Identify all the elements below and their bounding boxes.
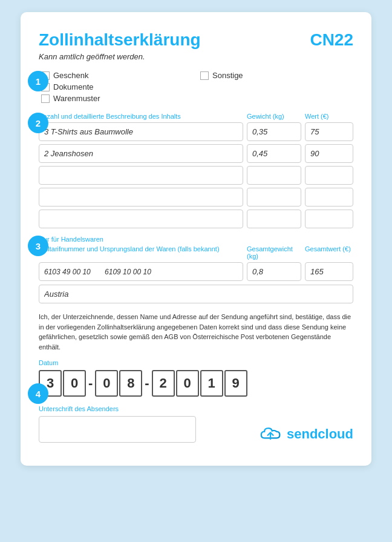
total-value-input[interactable] xyxy=(305,262,353,281)
checkbox-group: Geschenk Sonstige Dokumente Warenmuster xyxy=(41,71,353,103)
date-digit-4: 2 xyxy=(152,370,175,397)
checkbox-geschenk-label: Geschenk xyxy=(53,71,89,80)
sig-label: Unterschrift des Absenders xyxy=(39,405,353,412)
subtitle: Kann amtlich geöffnet werden. xyxy=(39,52,353,61)
value-input-1[interactable] xyxy=(305,144,353,163)
weight-input-2[interactable] xyxy=(247,166,301,185)
checkbox-dokumente-label: Dokumente xyxy=(53,82,93,91)
value-input-4[interactable] xyxy=(305,210,353,228)
checkbox-sonstige-label: Sonstige xyxy=(212,71,243,80)
desc-input-3[interactable] xyxy=(39,188,243,207)
trade-col3-header: Gesamtwert (€) xyxy=(305,245,353,260)
bottom-row: sendcloud xyxy=(39,416,353,443)
date-digit-1: 0 xyxy=(63,370,86,397)
table-row xyxy=(39,144,353,163)
date-digit-5: 0 xyxy=(176,370,199,397)
signature-input[interactable] xyxy=(39,416,196,443)
trade-row xyxy=(39,262,353,281)
step-1-bubble: 1 xyxy=(28,71,48,91)
table-row xyxy=(39,188,353,207)
sendcloud-logo: sendcloud xyxy=(260,426,353,443)
col2-header: Gewicht (kg) xyxy=(247,113,301,120)
page-title: Zollinhaltserklärung xyxy=(39,30,201,50)
table-row xyxy=(39,122,353,141)
value-input-0[interactable] xyxy=(305,122,353,141)
value-input-3[interactable] xyxy=(305,188,353,207)
desc-input-0[interactable] xyxy=(39,122,243,141)
weight-input-4[interactable] xyxy=(247,210,301,228)
weight-input-1[interactable] xyxy=(247,144,301,163)
desc-input-1[interactable] xyxy=(39,144,243,163)
date-sep-1: - xyxy=(88,375,93,391)
table-row xyxy=(39,210,353,228)
origin-input[interactable] xyxy=(39,285,353,303)
checkbox-dokumente[interactable]: Dokumente xyxy=(41,82,194,91)
only-trade-label: Nur für Handelswaren xyxy=(39,236,353,243)
trade-col2-header: Gesamtgewicht (kg) xyxy=(247,245,301,260)
total-weight-input[interactable] xyxy=(247,262,301,281)
checkbox-warenmuster-input[interactable] xyxy=(41,94,50,103)
col3-header: Wert (€) xyxy=(305,113,353,120)
date-digit-6: 1 xyxy=(200,370,223,397)
trade-col1-header: Zolltarifnummer und Ursprungsland der Wa… xyxy=(39,245,243,260)
checkbox-warenmuster[interactable]: Warenmuster xyxy=(41,94,194,103)
checkbox-warenmuster-label: Warenmuster xyxy=(53,94,100,103)
value-input-2[interactable] xyxy=(305,166,353,185)
checkbox-sonstige-input[interactable] xyxy=(200,71,209,80)
weight-input-0[interactable] xyxy=(247,122,301,141)
checkbox-geschenk[interactable]: Geschenk xyxy=(41,71,194,80)
step-2-bubble: 2 xyxy=(28,113,48,133)
col1-header: Anzahl und detaillierte Beschreibung des… xyxy=(39,113,243,120)
checkbox-sonstige[interactable]: Sonstige xyxy=(200,71,353,80)
origin-row xyxy=(39,285,353,303)
date-digit-2: 0 xyxy=(95,370,118,397)
date-digit-3: 8 xyxy=(119,370,142,397)
sendcloud-text: sendcloud xyxy=(287,426,353,442)
desc-input-2[interactable] xyxy=(39,166,243,185)
date-digit-7: 9 xyxy=(224,370,247,397)
date-sep-2: - xyxy=(145,375,149,391)
step-3-bubble: 3 xyxy=(28,236,48,256)
table-row xyxy=(39,166,353,185)
sendcloud-icon xyxy=(260,426,282,443)
tariff-input[interactable] xyxy=(39,262,243,281)
weight-input-3[interactable] xyxy=(247,188,301,207)
date-row: 3 0 - 0 8 - 2 0 1 9 xyxy=(39,370,353,397)
cn22-label: CN22 xyxy=(310,30,353,50)
declaration-text: Ich, der Unterzeichnende, dessen Name un… xyxy=(39,312,353,352)
step-4-bubble: 4 xyxy=(28,383,48,404)
datum-label: Datum xyxy=(39,359,353,366)
desc-input-4[interactable] xyxy=(39,210,243,228)
